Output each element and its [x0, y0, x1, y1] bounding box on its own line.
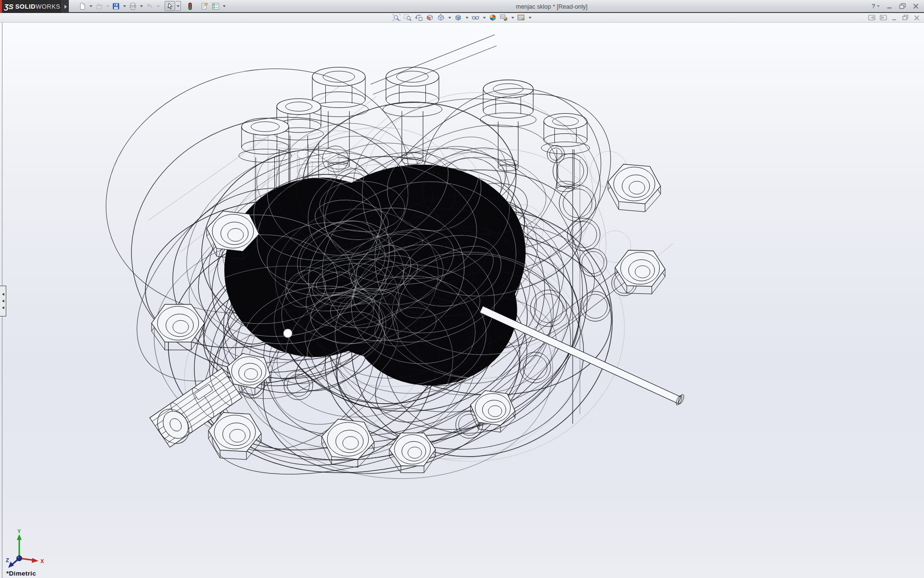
minimize-button[interactable]: [886, 3, 893, 9]
new-document-dropdown[interactable]: [88, 1, 93, 11]
edit-appearance-button[interactable]: [488, 13, 498, 22]
document-close-icon: [913, 15, 920, 21]
titlebar-controls: ?: [872, 0, 919, 12]
document-minimize-button[interactable]: [891, 15, 898, 21]
view-orientation-button[interactable]: [436, 13, 446, 22]
triad-y-axis: Y: [17, 528, 22, 558]
apply-scene-icon: [500, 14, 508, 21]
hide-show-items-button[interactable]: [471, 13, 481, 22]
toggle-left-pane-icon: [868, 14, 875, 21]
solidworks-logo: ƷS SOLIDWORKS: [0, 0, 62, 13]
accent-strip: [0, 0, 2, 13]
open-icon: [95, 2, 103, 10]
titlebar: ƷS SOLIDWORKS: [0, 0, 924, 13]
wireframe-model: [0, 23, 924, 578]
zoom-to-area-icon: [404, 14, 412, 21]
zoom-to-area-button[interactable]: [403, 13, 413, 22]
view-settings-dropdown[interactable]: [527, 13, 533, 23]
toggle-right-pane-icon: [880, 14, 887, 21]
select-cursor-dropdown[interactable]: [176, 1, 181, 11]
view-toolbar-row: [0, 13, 924, 23]
help-icon: ?: [872, 2, 875, 10]
undo-button[interactable]: [144, 1, 155, 11]
previous-view-button[interactable]: [414, 13, 424, 22]
document-close-button[interactable]: [913, 15, 920, 21]
collapse-arrow-icon: [2, 300, 4, 302]
select-cursor-icon: [166, 2, 174, 10]
rebuild-button[interactable]: [185, 1, 195, 11]
options-dropdown[interactable]: [221, 1, 227, 11]
print-dropdown[interactable]: [139, 1, 144, 11]
hide-show-items-dropdown[interactable]: [482, 13, 487, 23]
orientation-triad: Y X Z: [2, 528, 55, 570]
undo-icon: [146, 2, 154, 10]
graphics-area[interactable]: Y X Z *Dimetric: [0, 23, 924, 578]
view-orientation-dropdown[interactable]: [447, 13, 452, 23]
file-properties-icon: [201, 2, 208, 10]
collapse-arrow-icon: [2, 293, 4, 296]
triad-x-axis: X: [19, 558, 44, 565]
brand-name-bold: SOLID: [15, 3, 36, 10]
restore-button[interactable]: [899, 3, 906, 9]
apply-scene-dropdown[interactable]: [510, 13, 515, 23]
collapse-arrow-icon: [2, 306, 4, 309]
section-view-icon: [426, 14, 434, 21]
print-button[interactable]: [128, 1, 138, 11]
edit-appearance-icon: [489, 14, 497, 21]
close-icon: [912, 3, 919, 9]
previous-view-icon: [415, 14, 423, 21]
section-view-button[interactable]: [425, 13, 435, 22]
document-minimize-icon: [891, 15, 898, 21]
view-settings-button[interactable]: [516, 13, 526, 22]
display-style-button[interactable]: [453, 13, 463, 22]
save-dropdown[interactable]: [122, 1, 127, 11]
select-cursor-button[interactable]: [165, 1, 175, 11]
open-dropdown[interactable]: [105, 1, 110, 11]
help-dropdown-icon: [877, 5, 880, 7]
restore-icon: [899, 3, 906, 9]
flyout-arrow-icon: [64, 5, 67, 9]
open-button[interactable]: [94, 1, 104, 11]
featuremanager-collapsed-tab[interactable]: [0, 286, 6, 316]
zoom-to-fit-icon: [393, 14, 401, 21]
options-button[interactable]: [210, 1, 221, 11]
svg-text:X: X: [40, 558, 44, 564]
undo-dropdown[interactable]: [155, 1, 161, 11]
svg-text:Z: Z: [6, 557, 9, 563]
toggle-left-pane-button[interactable]: [868, 14, 875, 21]
headsup-view-toolbar: [392, 13, 533, 22]
new-document-icon: [78, 2, 86, 10]
view-settings-icon: [517, 14, 526, 21]
apply-scene-button[interactable]: [499, 13, 509, 22]
options-icon: [212, 2, 219, 10]
close-button[interactable]: [912, 3, 919, 9]
rebuild-traffic-light-icon: [186, 2, 194, 10]
save-icon: [112, 2, 120, 10]
new-document-button[interactable]: [77, 1, 88, 11]
zoom-to-fit-button[interactable]: [392, 13, 402, 22]
display-style-dropdown[interactable]: [464, 13, 470, 23]
document-window-controls: [868, 13, 920, 22]
toggle-right-pane-button[interactable]: [880, 14, 887, 21]
document-restore-button[interactable]: [902, 14, 909, 21]
orientation-label: *Dimetric: [6, 570, 36, 577]
print-icon: [129, 2, 137, 10]
triad-z-axis: Z: [6, 556, 22, 568]
document-restore-icon: [902, 14, 909, 21]
brand-mark: ƷS: [4, 2, 13, 11]
view-orientation-icon: [437, 14, 445, 21]
document-title: menjac sklop * [Read-only]: [516, 3, 588, 10]
standard-toolbar: [77, 1, 227, 11]
help-button[interactable]: ?: [872, 2, 880, 10]
minimize-icon: [886, 3, 893, 9]
display-style-icon: [454, 14, 462, 21]
brand-name-light: WORKS: [36, 3, 61, 10]
file-properties-button[interactable]: [199, 1, 210, 11]
save-button[interactable]: [111, 1, 121, 11]
svg-text:Y: Y: [17, 528, 21, 534]
hide-show-items-icon: [472, 14, 480, 21]
menu-flyout-button[interactable]: [62, 0, 69, 13]
